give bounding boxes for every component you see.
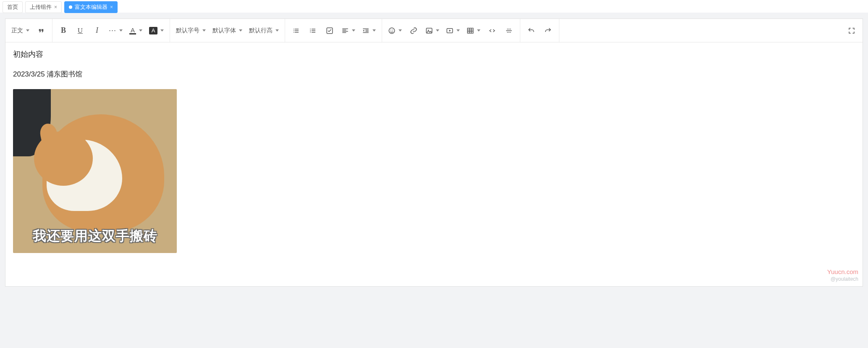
svg-point-2 (391, 29, 391, 30)
align-button[interactable] (338, 22, 359, 39)
chevron-down-icon (456, 29, 460, 32)
chevron-down-icon (275, 29, 279, 32)
fullscreen-icon (848, 27, 855, 34)
content-line-1: 初始内容 (13, 49, 855, 59)
chevron-down-icon (352, 29, 355, 32)
editor-content[interactable]: 初始内容 2023/3/25 浦东图书馆 我还要用这双手搬砖 Yuucn.com… (5, 42, 863, 286)
indent-button[interactable] (359, 22, 379, 39)
chevron-down-icon (139, 29, 142, 32)
bullet-list-icon (292, 27, 300, 34)
chevron-down-icon (372, 29, 376, 32)
image-caption: 我还要用这双手搬砖 (13, 227, 177, 245)
video-button[interactable] (443, 22, 463, 39)
font-family-select[interactable]: 默认字体 (209, 22, 246, 39)
heading-select[interactable]: 正文 (8, 22, 33, 39)
font-size-label: 默认字号 (176, 27, 199, 34)
svg-point-3 (392, 29, 393, 30)
svg-point-1 (389, 28, 395, 34)
blockquote-button[interactable] (33, 22, 50, 39)
image-button[interactable] (422, 22, 443, 39)
watermark: Yuucn.com @youlaitech (827, 268, 858, 282)
tab-rich-editor[interactable]: 富文本编辑器 × (64, 1, 118, 13)
font-color-icon: A (131, 27, 135, 33)
font-size-select[interactable]: 默认字号 (173, 22, 209, 39)
tab-home[interactable]: 首页 (3, 1, 23, 13)
heading-label: 正文 (11, 27, 23, 34)
underline-icon: U (78, 26, 83, 35)
undo-button[interactable] (523, 22, 540, 39)
chevron-down-icon (119, 29, 123, 32)
code-block-button[interactable] (484, 22, 501, 39)
todo-button[interactable] (321, 22, 338, 39)
table-button[interactable] (463, 22, 484, 39)
align-icon (341, 27, 349, 34)
underline-button[interactable]: U (72, 22, 89, 39)
chevron-down-icon (202, 29, 206, 32)
code-icon (488, 27, 496, 34)
fullscreen-button[interactable] (843, 22, 860, 39)
redo-icon (544, 27, 552, 34)
font-family-label: 默认字体 (212, 27, 236, 34)
bg-color-button[interactable]: A (146, 22, 167, 39)
svg-rect-7 (467, 28, 473, 33)
watermark-line-1: Yuucn.com (827, 268, 858, 275)
table-icon (467, 27, 474, 34)
font-color-button[interactable]: A (126, 22, 146, 39)
video-icon (446, 27, 454, 34)
tab-label: 富文本编辑器 (75, 3, 108, 11)
indent-icon (362, 27, 370, 34)
inserted-image[interactable]: 我还要用这双手搬砖 (13, 89, 177, 253)
more-icon: ··· (109, 26, 116, 35)
chevron-down-icon (399, 29, 402, 32)
emoji-button[interactable] (385, 22, 405, 39)
chevron-down-icon (160, 29, 164, 32)
italic-button[interactable]: I (89, 22, 105, 39)
tab-label: 首页 (7, 3, 18, 11)
tab-label: 上传组件 (30, 3, 52, 11)
tab-upload[interactable]: 上传组件 × (25, 1, 62, 13)
redo-button[interactable] (540, 22, 556, 39)
link-icon (410, 27, 417, 34)
bold-icon: B (61, 26, 66, 35)
chevron-down-icon (477, 29, 480, 32)
quote-icon (37, 27, 45, 34)
watermark-line-2: @youlaitech (827, 276, 858, 282)
tabs-bar: 首页 上传组件 × 富文本编辑器 × (0, 0, 868, 13)
link-button[interactable] (405, 22, 422, 39)
bg-color-icon: A (149, 27, 157, 34)
ordered-list-icon (309, 27, 317, 34)
image-icon (425, 27, 433, 34)
more-styles-button[interactable]: ··· (105, 22, 126, 39)
checkbox-icon (326, 27, 333, 34)
active-dot-icon (69, 5, 72, 9)
editor-container: 正文 B U I ··· A (5, 18, 863, 287)
toolbar: 正文 B U I ··· A (5, 19, 863, 42)
chevron-down-icon (436, 29, 439, 32)
ordered-list-button[interactable] (304, 22, 321, 39)
font-color-bar (129, 33, 136, 34)
divider-icon (505, 27, 513, 34)
bullet-list-button[interactable] (288, 22, 304, 39)
chevron-down-icon (26, 29, 29, 32)
italic-icon: I (96, 26, 98, 35)
close-icon[interactable]: × (54, 4, 57, 10)
content-line-2: 2023/3/25 浦东图书馆 (13, 69, 855, 79)
bold-button[interactable]: B (55, 22, 72, 39)
emoji-icon (388, 27, 396, 34)
close-icon[interactable]: × (110, 4, 113, 10)
divider-button[interactable] (501, 22, 517, 39)
chevron-down-icon (239, 29, 242, 32)
line-height-select[interactable]: 默认行高 (246, 22, 282, 39)
image-cat-shape (34, 131, 93, 186)
line-height-label: 默认行高 (249, 27, 273, 34)
undo-icon (527, 27, 535, 34)
